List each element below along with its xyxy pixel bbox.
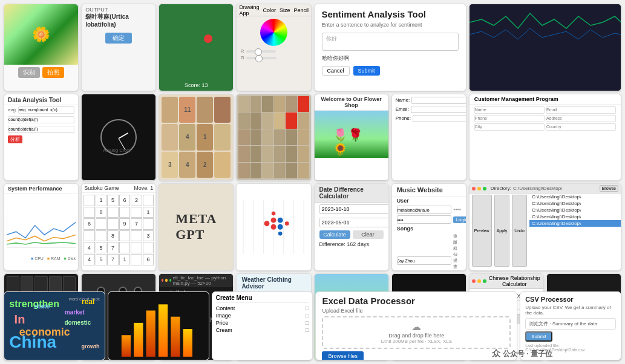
cm-field-4[interactable] [546,115,616,122]
su-26[interactable]: 7 [107,242,119,253]
green-slider[interactable] [246,57,277,59]
su-29 [143,242,154,253]
cancel-button[interactable]: Cancel [322,66,350,76]
ttt-maximize-dot[interactable] [169,279,171,282]
fb-minimize-dot[interactable] [477,187,481,190]
fb-undo-button[interactable]: Undo [512,195,527,267]
ef-email-input[interactable] [411,106,466,113]
fb-apply-button[interactable]: Apply [494,195,510,267]
cm-field-2[interactable] [546,106,616,114]
size-tool[interactable]: Size [280,7,290,13]
svg-rect-17 [122,335,131,357]
cc-maximize-dot[interactable] [483,279,486,283]
cc-close-dot[interactable] [472,279,476,283]
recognize-button[interactable]: 识别 [18,67,40,78]
su-7[interactable]: 8 [96,207,107,218]
cm-field-5[interactable] [474,123,545,131]
flower-card: 识别 拍照 [4,4,79,91]
cm-field-3[interactable] [474,115,545,122]
su-4[interactable]: 2 [131,195,142,206]
fb-item-2[interactable]: C:\Users\lingl\Desktop\ [529,200,621,207]
wc-word-china: China [9,333,56,352]
su-20[interactable]: 8 [107,230,119,242]
calculate-button[interactable]: Calculate [319,230,350,239]
fb-preview-button[interactable]: Preview [472,195,492,267]
svg-point-14 [272,212,276,216]
fb-browse-button[interactable]: Browse [600,185,618,192]
su-32[interactable]: 7 [107,254,119,265]
su-5 [143,195,154,206]
file-browser-card: Directory: C:\Users\lingl\Desktop\ Brows… [469,183,621,271]
music-username-input[interactable] [397,206,452,214]
ef-phone-input[interactable] [413,115,466,122]
fb-item-5-selected[interactable]: C:\Users\lingl\Desktop\ [529,220,621,227]
menu-item-content: Content □ [216,305,309,312]
fb-close-dot[interactable] [472,187,476,190]
su-33[interactable]: 1 [119,254,131,265]
su-24[interactable]: 4 [83,242,95,253]
music-songs-section: Songs [392,224,466,233]
cm-field-6[interactable] [546,123,616,131]
pencil-tool[interactable]: Pencil [293,7,309,13]
csv-upload-area[interactable]: 浏览文件 · Summary of the data [525,318,616,330]
color-tool[interactable]: Color [263,7,276,13]
photo-button[interactable]: 拍照 [42,67,64,78]
px-16 [274,129,286,146]
su-30[interactable]: 4 [83,254,95,265]
cc-minimize-dot[interactable] [477,279,481,283]
da-input3[interactable] [8,126,74,133]
cm-title: Customer Management Program [470,94,621,105]
dots-canvas [237,184,310,270]
su-15[interactable]: 9 [119,218,131,230]
su-25[interactable]: 5 [96,242,107,253]
weather-title: Weather Clothing Advisor [237,274,310,293]
su-2[interactable]: 5 [107,195,119,206]
ttt-close-dot[interactable] [162,279,163,282]
dd-date1-input[interactable] [319,204,389,214]
px-1 [238,96,250,112]
clear-button[interactable]: Clear [353,230,384,239]
music-login-button[interactable]: Login [453,216,466,223]
sentiment-input[interactable]: 你好 [322,33,459,51]
cm-field-1[interactable] [474,106,545,114]
ef-name-input[interactable] [411,97,466,104]
da-input1[interactable] [18,106,74,114]
csv-submit-button[interactable]: Submit [525,331,552,342]
dd-title: Date Difference Calculator [315,184,388,203]
fb-item-3[interactable]: C:\Users\lingl\Desktop\ [529,207,621,213]
menu-item-cream-val: □ [306,327,309,333]
bg-4 [49,276,62,291]
su-34 [131,254,142,265]
su-12[interactable]: 6 [83,218,95,230]
su-21 [119,230,131,242]
su-8 [107,207,119,218]
su-11[interactable]: 1 [143,207,154,218]
su-31[interactable]: 5 [96,254,107,265]
fb-item-4[interactable]: C:\Users\lingl\Desktop\ [529,213,621,220]
red-slider[interactable] [246,50,276,53]
su-3[interactable]: 6 [119,195,131,206]
da-input2[interactable] [8,116,74,123]
fb-item-1[interactable]: C:\Users\lingl\Desktop\ [529,193,621,200]
music-search-input[interactable] [397,256,451,265]
excel-drop-text: Drag and drop file here [327,333,506,339]
ttt-minimize-dot[interactable] [165,279,167,282]
color-wheel[interactable] [260,19,287,46]
meta-gpt-card: METAGPT [159,183,234,271]
output-value: 裂叶荨麻(Urtica lobatifolia) [85,13,152,28]
bar-chart-dark-card [108,291,209,360]
su-1[interactable]: 1 [96,195,107,206]
browse-files-button[interactable]: Browse files [322,351,364,360]
su-13 [96,218,107,230]
su-35[interactable]: 6 [143,254,154,265]
music-pass-input[interactable] [397,215,451,224]
analyze-button[interactable]: 分析 [8,135,22,143]
excel-drop-zone[interactable]: ☁ Drag and drop file here Limit 200MB pe… [322,316,511,349]
dd-date2-input[interactable] [319,218,389,227]
submit-button[interactable]: Submit [353,66,380,76]
su-16[interactable]: 7 [131,218,142,230]
fb-maximize-dot[interactable] [483,187,486,190]
da-label1: avg [8,107,16,112]
su-23[interactable]: 3 [143,230,154,242]
confirm-button[interactable]: 确定 [105,33,132,44]
